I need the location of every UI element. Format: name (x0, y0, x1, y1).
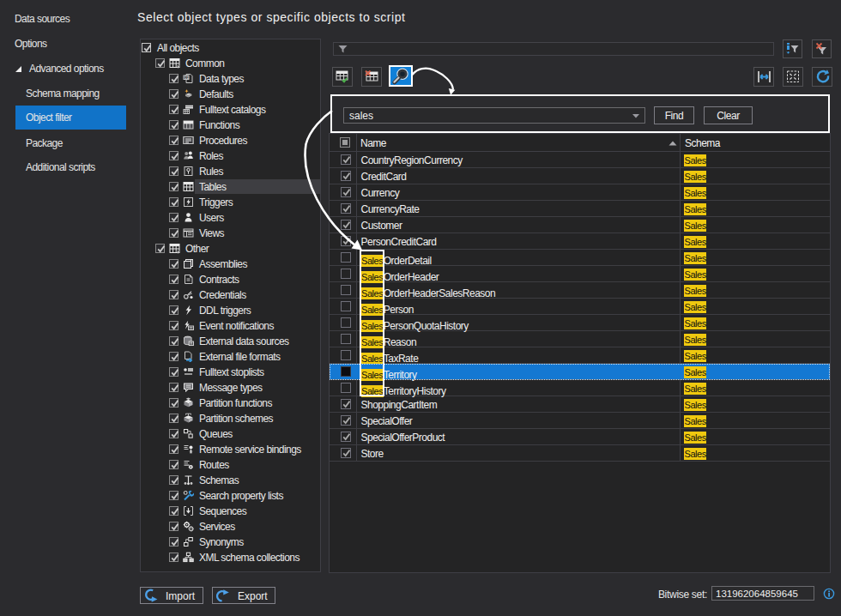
svg-text:01: 01 (185, 75, 190, 80)
